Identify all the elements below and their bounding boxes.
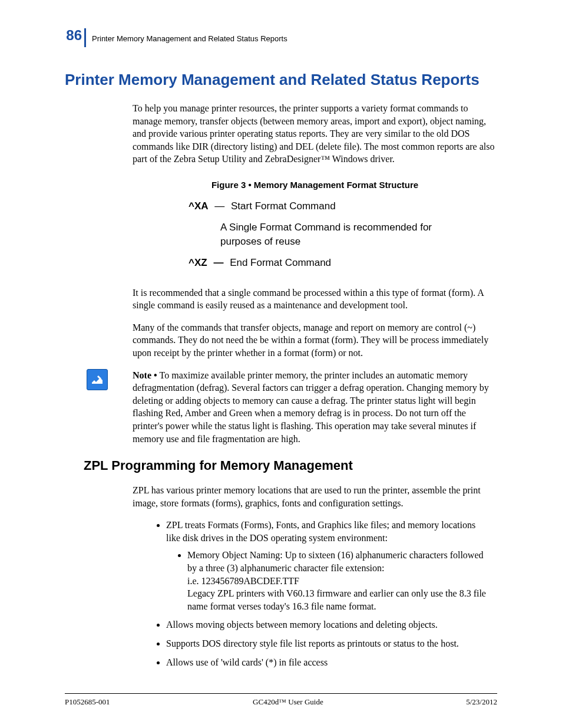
page-footer: P1052685-001 GC420d™ User Guide 5/23/201… <box>65 693 497 707</box>
bullet-1a-line2: i.e. 123456789ABCDEF.TTF <box>187 576 299 586</box>
figure-row-end: ^XZ — End Format Command <box>189 257 497 269</box>
figure-indent-text: A Single Format Command is recommended f… <box>220 220 456 249</box>
figure-row-start: ^XA — Start Format Command <box>189 200 497 212</box>
note-icon <box>87 369 108 390</box>
bullet-1a-line3: Legacy ZPL printers with V60.13 firmware… <box>187 588 486 611</box>
bullet-1a-line1: Memory Object Naming: Up to sixteen (16)… <box>187 550 484 573</box>
note-paragraph: Note • To maximize available printer mem… <box>133 369 497 446</box>
running-head: Printer Memory Management and Related St… <box>86 28 287 43</box>
subsection-body: ZPL has various printer memory locations… <box>133 484 497 509</box>
bullet-list: ZPL treats Formats (Forms), Fonts, and G… <box>166 519 497 668</box>
page-header: 86 Printer Memory Management and Related… <box>65 28 497 47</box>
paragraph-4: ZPL has various printer memory locations… <box>133 484 497 509</box>
figure-cmd-xz: ^XZ <box>189 257 207 268</box>
bullet-1: ZPL treats Formats (Forms), Fonts, and G… <box>166 520 475 543</box>
figure-text-start: Start Format Command <box>231 200 336 212</box>
footer-left: P1052685-001 <box>65 697 110 707</box>
page-number: 86 <box>65 28 86 47</box>
figure-text-end: End Format Command <box>230 257 331 268</box>
paragraph-3: Many of the commands that transfer objec… <box>133 321 497 360</box>
page-title: Printer Memory Management and Related St… <box>65 71 497 89</box>
figure-block: ^XA — Start Format Command A Single Form… <box>189 200 497 269</box>
intro-section: To help you manage printer resources, th… <box>133 102 497 360</box>
list-item: ZPL treats Formats (Forms), Fonts, and G… <box>166 519 497 612</box>
document-page: 86 Printer Memory Management and Related… <box>0 0 562 728</box>
paragraph-2: It is recommended that a single command … <box>133 286 497 312</box>
figure-sep: — <box>213 257 223 268</box>
intro-paragraph: To help you manage printer resources, th… <box>133 102 497 166</box>
figure-caption: Figure 3 • Memory Management Format Stru… <box>133 180 497 190</box>
section-subhead: ZPL Programming for Memory Management <box>84 458 497 473</box>
list-item: Supports DOS directory style file list r… <box>166 637 497 650</box>
list-item: Allows use of 'wild cards' (*) in file a… <box>166 656 497 669</box>
figure-cmd-xa: ^XA <box>189 200 209 212</box>
nested-list: Memory Object Naming: Up to sixteen (16)… <box>187 549 491 612</box>
note-label: Note • <box>133 370 160 380</box>
footer-right: 5/23/2012 <box>466 697 497 707</box>
figure-sep: — <box>214 200 224 212</box>
note-text: To maximize available printer memory, th… <box>133 370 489 444</box>
note-block: Note • To maximize available printer mem… <box>133 369 497 446</box>
list-item: Allows moving objects between memory loc… <box>166 618 497 631</box>
list-item: Memory Object Naming: Up to sixteen (16)… <box>187 549 491 612</box>
footer-center: GC420d™ User Guide <box>253 697 323 707</box>
